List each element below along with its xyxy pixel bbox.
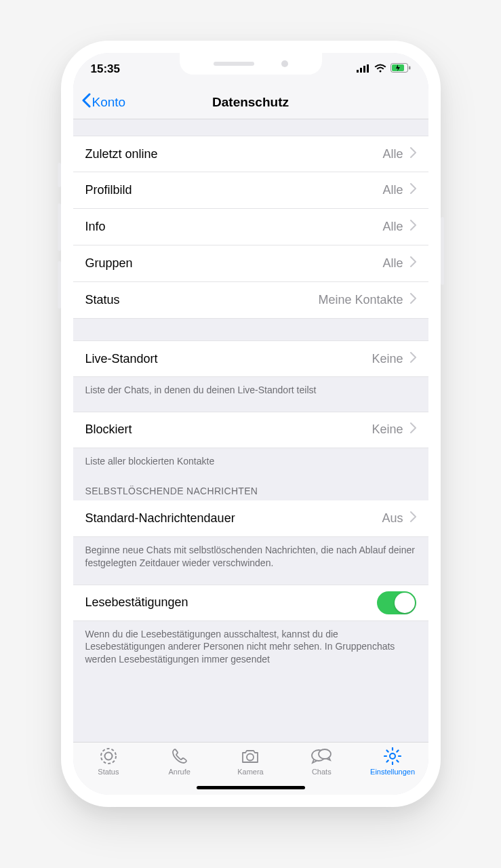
battery-icon [390,62,411,76]
home-indicator[interactable] [197,786,305,789]
footer-read-receipts: Wenn du die Lesebestätigungen ausschalte… [73,621,428,667]
wifi-icon [374,62,386,76]
row-value: Aus [382,511,403,526]
camera-icon [241,747,260,766]
screen: 15:35 Konto Datenschutz [73,53,428,795]
status-icon [100,747,117,766]
mute-switch [58,163,61,187]
volume-up-button [58,203,61,251]
chevron-right-icon [410,352,416,366]
group-disappearing: SELBSTLÖSCHENDE NACHRICHTEN Standard-Nac… [73,471,428,572]
back-button[interactable]: Konto [81,93,126,111]
page-title: Datenschutz [73,95,428,110]
chats-icon [311,747,332,766]
speaker-grille [214,62,254,66]
row-label: Status [85,293,319,307]
settings-list[interactable]: Zuletzt online Alle Profilbild Alle Info… [73,119,428,742]
row-value: Alle [382,220,403,234]
group-blocked: Blockiert Keine Liste aller blockierten … [73,412,428,471]
svg-point-12 [390,753,395,759]
volume-down-button [58,261,61,309]
footer-live-location: Liste der Chats, in denen du deinen Live… [73,377,428,399]
section-header-disappearing: SELBSTLÖSCHENDE NACHRICHTEN [73,471,428,500]
row-read-receipts: Lesebestätigungen [73,585,428,621]
signal-icon [357,62,370,76]
toggle-knob [395,593,415,613]
chevron-right-icon [410,422,416,437]
svg-rect-3 [367,64,369,73]
row-label: Lesebestätigungen [85,595,377,610]
tab-label: Status [98,768,119,776]
row-label: Profilbild [85,183,383,197]
footer-blocked: Liste aller blockierten Kontakte [73,448,428,471]
gear-icon [384,747,401,766]
row-label: Live-Standort [85,352,372,366]
nav-bar: Konto Datenschutz [73,85,428,119]
chevron-right-icon [410,220,416,234]
side-button [441,217,444,285]
tab-settings[interactable]: Einstellungen [357,747,428,795]
chevron-right-icon [410,293,416,307]
row-last-seen[interactable]: Zuletzt online Alle [73,136,428,172]
svg-point-8 [104,753,112,760]
front-camera [281,60,288,67]
footer-message-timer: Beginne neue Chats mit selbstlöschenden … [73,537,428,572]
row-about[interactable]: Info Alle [73,209,428,245]
chevron-right-icon [410,256,416,271]
chevron-right-icon [410,183,416,197]
group-live-location: Live-Standort Keine Liste der Chats, in … [73,340,428,399]
row-label: Zuletzt online [85,147,383,161]
group-read-receipts: Lesebestätigungen Wenn du die Lesebestät… [73,585,428,667]
chevron-right-icon [410,511,416,526]
row-status[interactable]: Status Meine Kontakte [73,282,428,319]
row-value: Alle [382,147,403,161]
tab-label: Einstellungen [370,768,415,776]
svg-rect-6 [409,66,411,70]
tab-label: Kamera [237,768,264,776]
notch [180,53,322,75]
tab-label: Anrufe [168,768,190,776]
tab-status[interactable]: Status [73,747,144,795]
svg-rect-2 [363,66,365,73]
row-label: Info [85,220,383,234]
row-label: Standard-Nachrichtendauer [85,511,382,526]
back-label: Konto [92,95,126,110]
svg-point-7 [101,749,116,764]
row-value: Keine [372,422,403,437]
phone-icon [171,747,188,766]
row-default-message-timer[interactable]: Standard-Nachrichtendauer Aus [73,500,428,537]
row-label: Blockiert [85,422,372,437]
svg-point-9 [247,754,254,761]
device-frame: 15:35 Konto Datenschutz [61,41,441,807]
row-value: Meine Kontakte [318,293,403,307]
read-receipts-toggle[interactable] [377,591,416,614]
row-live-location[interactable]: Live-Standort Keine [73,340,428,377]
row-groups[interactable]: Gruppen Alle [73,245,428,282]
row-profile-photo[interactable]: Profilbild Alle [73,172,428,209]
group-visibility: Zuletzt online Alle Profilbild Alle Info… [73,136,428,319]
row-value: Alle [382,256,403,271]
row-value: Alle [382,183,403,197]
row-blocked[interactable]: Blockiert Keine [73,412,428,448]
chevron-right-icon [410,147,416,161]
row-value: Keine [372,352,403,366]
svg-rect-0 [357,70,359,73]
chevron-left-icon [81,93,91,111]
svg-rect-1 [360,68,362,73]
status-time: 15:35 [91,62,120,76]
row-label: Gruppen [85,256,383,271]
tab-label: Chats [312,768,332,776]
